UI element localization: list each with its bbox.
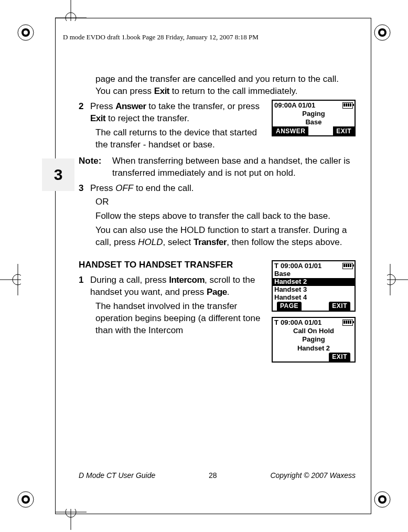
phone-screen-on-hold: T 09:00A 01/01 Call On Hold Paging Hands… bbox=[272, 317, 356, 363]
softkey-exit-word: Exit bbox=[154, 86, 169, 96]
step-detail: The handset involved in the transfer ope… bbox=[95, 301, 264, 337]
phone-screen-handset-list: T 09:00A 01/01 Base Handset 2 Handset 3 … bbox=[272, 260, 356, 312]
key-off-word: OFF bbox=[115, 183, 133, 193]
lcd-line: Base bbox=[273, 118, 355, 126]
note-label: Note: bbox=[79, 155, 110, 179]
softkey-exit: EXIT bbox=[329, 302, 350, 311]
softkey-answer-word: Answer bbox=[115, 101, 146, 111]
step-number: 1 bbox=[79, 274, 90, 337]
step-1-h2h: 1 During a call, press Intercom, scroll … bbox=[79, 274, 264, 337]
key-hold-word: HOLD bbox=[138, 237, 163, 247]
chapter-number: 3 bbox=[42, 158, 74, 191]
registration-mark-icon bbox=[17, 491, 35, 508]
page-footer: D Mode CT User Guide 28 Copyright © 2007… bbox=[79, 471, 356, 480]
softkey-exit-word: Exit bbox=[90, 113, 105, 123]
step-detail: Follow the steps above to transfer the c… bbox=[95, 210, 356, 222]
text: to take the transfer, or press bbox=[146, 101, 260, 111]
text: During a call, press bbox=[90, 275, 169, 285]
step-detail: The call returns to the device that star… bbox=[95, 127, 264, 151]
registration-mark-icon bbox=[373, 491, 391, 508]
lcd-time: 09:00A 01/01 bbox=[281, 318, 321, 327]
softkey-exit: EXIT bbox=[329, 353, 350, 361]
text: . bbox=[227, 287, 230, 297]
softkey-page-word: Page bbox=[207, 287, 227, 297]
list-item: Base bbox=[273, 270, 355, 278]
list-item-selected: Handset 2 bbox=[273, 278, 355, 286]
menu-transfer-word: Transfer bbox=[194, 237, 227, 247]
key-intercom-word: Intercom bbox=[169, 275, 205, 285]
svg-point-8 bbox=[24, 497, 28, 502]
continuation-paragraph: page and the transfer are cancelled and … bbox=[95, 73, 356, 98]
lcd-line: Handset 2 bbox=[273, 344, 355, 353]
step-2: 2 Press Answer to take the transfer, or … bbox=[79, 101, 264, 151]
step-number: 3 bbox=[79, 183, 90, 249]
text: to return to the call immediately. bbox=[169, 86, 297, 96]
text: Press bbox=[90, 101, 115, 111]
softkey-answer: ANSWER bbox=[273, 126, 308, 135]
or-label: OR bbox=[95, 196, 356, 208]
crosshair-icon bbox=[0, 264, 21, 297]
note-text: When transferring between base and a han… bbox=[110, 155, 356, 179]
note: Note: When transferring between base and… bbox=[79, 155, 356, 179]
text: to end the call. bbox=[133, 183, 194, 193]
svg-point-2 bbox=[24, 30, 28, 35]
lcd-line: Paging bbox=[273, 110, 355, 118]
svg-point-5 bbox=[380, 30, 384, 35]
text: Press bbox=[90, 183, 115, 193]
page-number: 28 bbox=[209, 471, 217, 480]
running-header: D mode EVDO draft 1.book Page 28 Friday,… bbox=[63, 33, 259, 41]
footer-left: D Mode CT User Guide bbox=[79, 471, 155, 480]
crosshair-icon bbox=[55, 509, 87, 532]
text: , select bbox=[163, 237, 194, 247]
battery-icon bbox=[342, 263, 353, 269]
footer-right: Copyright © 2007 Waxess bbox=[270, 471, 356, 480]
lcd-time: 09:00A 01/01 bbox=[274, 101, 315, 110]
section-heading: HANDSET TO HANDSET TRANSFER bbox=[79, 259, 264, 271]
lcd-line: Call On Hold bbox=[273, 327, 355, 335]
crosshair-icon bbox=[55, 0, 87, 23]
svg-point-11 bbox=[380, 497, 384, 502]
lcd-line: Paging bbox=[273, 335, 355, 344]
list-item: Handset 4 bbox=[273, 294, 355, 302]
softkey-page: PAGE bbox=[277, 302, 302, 311]
text: to reject the transfer. bbox=[105, 113, 189, 123]
lcd-prefix: T bbox=[274, 318, 278, 327]
list-item: Handset 3 bbox=[273, 286, 355, 294]
battery-icon bbox=[342, 102, 353, 109]
battery-icon bbox=[342, 320, 353, 326]
step-detail: You can also use the HOLD function to st… bbox=[95, 225, 356, 249]
softkey-exit: EXIT bbox=[333, 126, 355, 135]
crosshair-icon bbox=[387, 264, 408, 297]
step-3: 3 Press OFF to end the call. OR Follow t… bbox=[79, 183, 356, 249]
text: , then follow the steps above. bbox=[227, 237, 342, 247]
step-number: 2 bbox=[79, 101, 90, 151]
phone-screen-paging: 09:00A 01/01 Paging Base ANSWER EXIT bbox=[272, 100, 356, 137]
registration-mark-icon bbox=[17, 24, 35, 41]
registration-mark-icon bbox=[373, 24, 391, 41]
